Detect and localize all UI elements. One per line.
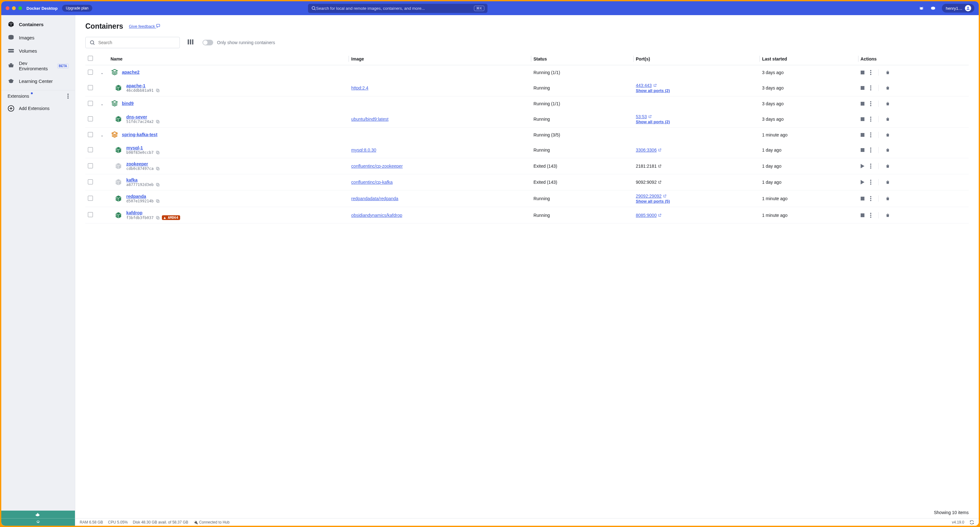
row-checkbox[interactable] xyxy=(88,132,93,137)
port-link[interactable]: 443:443 xyxy=(636,83,657,88)
sidebar-item-dev-env[interactable]: Dev Environments BETA xyxy=(1,57,75,74)
expand-toggle[interactable]: ⌄ xyxy=(100,133,103,137)
update-icon[interactable] xyxy=(969,520,974,525)
stop-button[interactable] xyxy=(861,197,864,200)
copy-icon[interactable] xyxy=(156,88,160,93)
row-checkbox[interactable] xyxy=(88,70,93,75)
delete-button[interactable] xyxy=(886,196,890,201)
port-link[interactable]: 8085:9000 xyxy=(636,213,662,218)
copy-icon[interactable] xyxy=(156,216,160,220)
gear-icon[interactable] xyxy=(930,5,936,11)
col-name[interactable]: Name xyxy=(108,53,348,65)
container-name-link[interactable]: apache-1 xyxy=(126,83,145,88)
copy-icon[interactable] xyxy=(156,166,160,171)
more-menu[interactable] xyxy=(870,70,871,75)
stop-button[interactable] xyxy=(861,86,864,90)
delete-button[interactable] xyxy=(886,101,890,106)
cog-footer[interactable] xyxy=(1,518,75,526)
more-menu[interactable] xyxy=(870,101,871,106)
delete-button[interactable] xyxy=(886,70,890,75)
show-all-ports-link[interactable]: Show all ports (2) xyxy=(636,88,670,93)
group-name-link[interactable]: bind9 xyxy=(122,101,134,106)
row-checkbox[interactable] xyxy=(88,101,93,106)
more-menu[interactable] xyxy=(870,85,871,91)
col-ports[interactable]: Port(s) xyxy=(633,53,760,65)
close-window[interactable] xyxy=(6,6,10,10)
stop-button[interactable] xyxy=(861,148,864,152)
port-link[interactable]: 9092:9092 xyxy=(636,180,662,185)
delete-button[interactable] xyxy=(886,164,890,169)
columns-button[interactable] xyxy=(188,39,195,46)
sidebar-item-volumes[interactable]: Volumes xyxy=(1,44,75,57)
more-menu[interactable] xyxy=(870,147,871,153)
port-link[interactable]: 2181:2181 xyxy=(636,164,662,169)
play-button[interactable] xyxy=(861,164,864,168)
stop-button[interactable] xyxy=(861,133,864,137)
user-menu[interactable]: henry1… xyxy=(942,4,974,13)
image-link[interactable]: httpd:2.4 xyxy=(351,85,368,91)
container-name-link[interactable]: kafdrop xyxy=(126,210,142,215)
stop-button[interactable] xyxy=(861,213,864,217)
copy-icon[interactable] xyxy=(156,150,160,155)
col-last[interactable]: Last started xyxy=(760,53,858,65)
extensions-menu[interactable] xyxy=(67,94,68,99)
global-search[interactable]: ⌘K xyxy=(308,4,487,13)
image-link[interactable]: confluentinc/cp-kafka xyxy=(351,180,393,185)
row-checkbox[interactable] xyxy=(88,116,93,121)
group-name-link[interactable]: spring-kafka-test xyxy=(122,132,158,137)
container-name-link[interactable]: kafka xyxy=(126,177,138,182)
row-checkbox[interactable] xyxy=(88,147,93,152)
row-checkbox[interactable] xyxy=(88,163,93,168)
copy-icon[interactable] xyxy=(156,182,160,187)
delete-button[interactable] xyxy=(886,180,890,185)
select-all-checkbox[interactable] xyxy=(88,56,93,61)
col-image[interactable]: Image xyxy=(348,53,531,65)
stop-button[interactable] xyxy=(861,70,864,74)
more-menu[interactable] xyxy=(870,117,871,122)
show-all-ports-link[interactable]: Show all ports (2) xyxy=(636,120,670,124)
whale-footer[interactable] xyxy=(1,511,75,518)
copy-icon[interactable] xyxy=(156,120,160,124)
maximize-window[interactable] xyxy=(18,6,22,10)
image-link[interactable]: mysql:8.0.30 xyxy=(351,147,376,153)
minimize-window[interactable] xyxy=(12,6,16,10)
stop-button[interactable] xyxy=(861,102,864,105)
port-link[interactable]: 53:53 xyxy=(636,114,652,119)
table-search-input[interactable] xyxy=(98,40,176,45)
image-link[interactable]: redpandadata/redpanda xyxy=(351,196,398,201)
more-menu[interactable] xyxy=(870,180,871,185)
row-checkbox[interactable] xyxy=(88,212,93,217)
delete-button[interactable] xyxy=(886,117,890,122)
expand-toggle[interactable]: ⌄ xyxy=(100,102,103,106)
global-search-input[interactable] xyxy=(316,6,474,11)
play-button[interactable] xyxy=(861,180,864,184)
port-link[interactable]: 29092:29092 xyxy=(636,193,667,198)
show-all-ports-link[interactable]: Show all ports (5) xyxy=(636,199,670,204)
container-name-link[interactable]: redpanda xyxy=(126,194,146,199)
image-link[interactable]: ubuntu/bind9:latest xyxy=(351,117,388,122)
delete-button[interactable] xyxy=(886,85,890,91)
add-extensions[interactable]: Add Extensions xyxy=(1,102,75,115)
upgrade-button[interactable]: Upgrade plan xyxy=(62,5,92,12)
row-checkbox[interactable] xyxy=(88,179,93,184)
col-status[interactable]: Status xyxy=(531,53,633,65)
delete-button[interactable] xyxy=(886,147,890,153)
expand-toggle[interactable]: ⌄ xyxy=(100,70,103,75)
give-feedback-link[interactable]: Give feedback xyxy=(129,24,161,29)
row-checkbox[interactable] xyxy=(88,85,93,90)
copy-icon[interactable] xyxy=(156,199,160,203)
delete-button[interactable] xyxy=(886,133,890,137)
sidebar-item-learning[interactable]: Learning Center xyxy=(1,74,75,88)
group-name-link[interactable]: apache2 xyxy=(122,70,140,75)
port-link[interactable]: 3306:3306 xyxy=(636,147,662,153)
container-name-link[interactable]: dns-sever xyxy=(126,114,147,120)
table-search[interactable] xyxy=(85,37,180,48)
container-name-link[interactable]: mysql-1 xyxy=(126,145,143,150)
image-link[interactable]: obsidiandynamics/kafdrop xyxy=(351,213,402,218)
image-link[interactable]: confluentinc/cp-zookeeper xyxy=(351,164,402,169)
more-menu[interactable] xyxy=(870,213,871,218)
sidebar-item-images[interactable]: Images xyxy=(1,31,75,44)
sidebar-item-containers[interactable]: Containers xyxy=(1,18,75,31)
more-menu[interactable] xyxy=(870,164,871,169)
bug-icon[interactable] xyxy=(919,5,924,11)
